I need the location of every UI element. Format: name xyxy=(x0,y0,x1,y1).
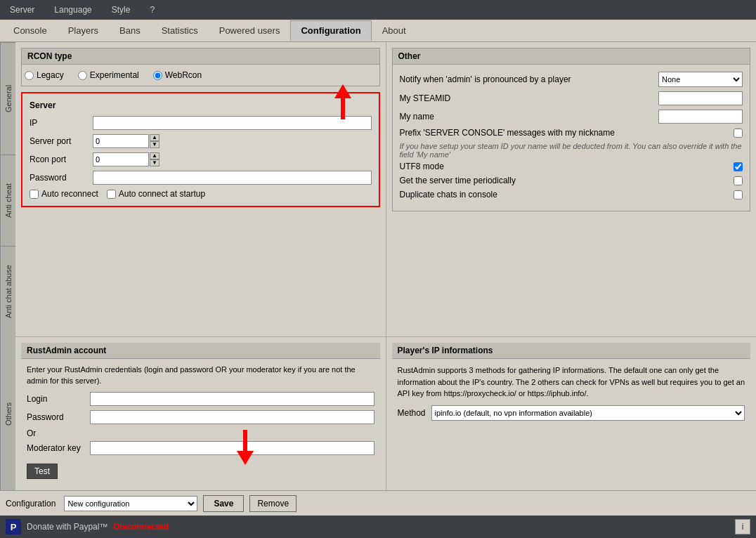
bottom-row: RustAdmin account Enter your RustAdmin c… xyxy=(15,336,756,490)
steamid-row: My STEAMID xyxy=(400,91,743,105)
paypal-logo: P xyxy=(6,519,21,534)
rcon-port-label: Rcon port xyxy=(30,155,93,164)
player-ip-section: Player's IP informations RustAdmin suppo… xyxy=(386,337,757,490)
bottom-bar: Configuration New configuration Save Rem… xyxy=(0,490,756,516)
other-section: Other Notify when 'admin' is pronounced … xyxy=(392,48,751,211)
rcon-experimental-text: Experimental xyxy=(90,70,139,80)
remove-button[interactable]: Remove xyxy=(249,495,296,512)
rcon-legacy-radio[interactable] xyxy=(25,71,34,80)
prefix-label: Prefix 'SERVER CONSOLE' messages with my… xyxy=(400,128,734,138)
admin-notify-dropdown[interactable]: None xyxy=(658,72,743,87)
left-panel: RCON type Legacy Experimental WebRcon xyxy=(15,42,386,336)
duplicate-chats-label: Duplicate chats in console xyxy=(400,190,734,199)
myname-label: My name xyxy=(400,112,659,122)
acct-password-label: Password xyxy=(27,412,90,422)
auto-connect-startup-text: Auto connect at startup xyxy=(119,189,205,199)
moderator-key-row: Moderator key xyxy=(27,441,374,455)
side-label-antichat-abuse: Anti chat abuse xyxy=(0,246,15,337)
utf8-row: UTF8 mode xyxy=(400,162,743,171)
duplicate-chats-checkbox[interactable] xyxy=(734,190,743,199)
rustadmin-account-section: RustAdmin account Enter your RustAdmin c… xyxy=(15,337,386,490)
or-text: Or xyxy=(27,428,374,438)
other-section-header: Other xyxy=(393,48,750,65)
method-row: Method ipinfo.io (default, no vpn inform… xyxy=(398,405,745,421)
arrow-down-head xyxy=(237,451,254,465)
tab-configuration[interactable]: Configuration xyxy=(290,20,371,41)
tab-console[interactable]: Console xyxy=(3,20,58,41)
password-input[interactable] xyxy=(93,171,372,185)
side-label-others: Others xyxy=(0,337,15,490)
server-port-spinner: ▲ ▼ xyxy=(93,134,159,148)
arrow-up-head xyxy=(334,84,351,98)
utf8-checkbox[interactable] xyxy=(734,162,743,171)
rcon-port-up[interactable]: ▲ xyxy=(150,152,159,159)
utf8-label: UTF8 mode xyxy=(400,162,734,171)
tab-players[interactable]: Players xyxy=(58,20,109,41)
admin-notify-row: Notify when 'admin' is pronounced by a p… xyxy=(400,72,743,87)
right-panel: Other Notify when 'admin' is pronounced … xyxy=(386,42,757,336)
tab-statistics[interactable]: Statistics xyxy=(151,20,209,41)
rcon-legacy-label[interactable]: Legacy xyxy=(25,70,64,80)
arrow-down-stem xyxy=(243,430,247,451)
server-time-checkbox[interactable] xyxy=(734,176,743,185)
rcon-webrcon-radio[interactable] xyxy=(153,71,162,80)
ip-label: IP xyxy=(30,118,93,128)
menu-language[interactable]: Language xyxy=(50,2,96,18)
arrow-up xyxy=(334,84,351,119)
server-time-label: Get the server time periodically xyxy=(400,176,734,185)
server-port-down[interactable]: ▼ xyxy=(150,141,159,148)
server-port-input[interactable] xyxy=(93,134,149,148)
menu-help[interactable]: ? xyxy=(145,2,159,18)
login-row: Login xyxy=(27,392,374,406)
save-button[interactable]: Save xyxy=(203,495,244,512)
menu-server[interactable]: Server xyxy=(6,2,39,18)
prefix-checkbox[interactable] xyxy=(734,129,743,138)
auto-reconnect-label[interactable]: Auto reconnect xyxy=(30,189,98,199)
rcon-port-input[interactable] xyxy=(93,152,149,166)
steamid-input[interactable] xyxy=(658,91,743,105)
auto-reconnect-checkbox[interactable] xyxy=(30,190,39,199)
rcon-experimental-label[interactable]: Experimental xyxy=(78,70,139,80)
server-port-up[interactable]: ▲ xyxy=(150,134,159,141)
method-dropdown[interactable]: ipinfo.io (default, no vpn information a… xyxy=(431,405,745,421)
side-labels: General Anti cheat Anti chat abuse Other… xyxy=(0,42,15,490)
rcon-webrcon-text: WebRcon xyxy=(165,70,202,80)
myname-input[interactable] xyxy=(658,110,743,124)
ip-description: RustAdmin supports 3 methods for gatheri… xyxy=(398,365,745,400)
disconnected-status: Disconnected xyxy=(113,522,169,532)
moderator-key-input[interactable] xyxy=(90,441,374,455)
rcon-type-header: RCON type xyxy=(22,48,379,65)
method-label: Method xyxy=(398,408,426,418)
password-row: Password xyxy=(30,171,372,185)
tab-bans[interactable]: Bans xyxy=(109,20,151,41)
rcon-experimental-radio[interactable] xyxy=(78,71,87,80)
tab-about[interactable]: About xyxy=(372,20,417,41)
rcon-type-section: RCON type Legacy Experimental WebRcon xyxy=(21,48,380,86)
rcon-legacy-text: Legacy xyxy=(37,70,64,80)
side-label-anticheat: Anti cheat xyxy=(0,155,15,246)
rcon-webrcon-label[interactable]: WebRcon xyxy=(153,70,202,80)
configuration-label: Configuration xyxy=(6,499,56,509)
server-section: Server IP Server port ▲ ▼ xyxy=(21,92,380,207)
rcon-port-down[interactable]: ▼ xyxy=(150,159,159,166)
menu-style[interactable]: Style xyxy=(107,2,135,18)
login-input[interactable] xyxy=(90,392,374,406)
italic-note: If you have setup your steam ID your nam… xyxy=(400,142,743,159)
account-description: Enter your RustAdmin credentials (login … xyxy=(27,365,374,386)
test-button[interactable]: Test xyxy=(27,464,58,479)
ip-input[interactable] xyxy=(93,116,372,130)
configuration-dropdown[interactable]: New configuration xyxy=(64,496,197,511)
main-area: General Anti cheat Anti chat abuse Other… xyxy=(0,42,756,490)
status-bar: P Donate with Paypal™ Disconnected i xyxy=(0,516,756,538)
acct-password-input[interactable] xyxy=(90,410,374,424)
rcon-port-spinner: ▲ ▼ xyxy=(93,152,159,166)
rcon-type-options: Legacy Experimental WebRcon xyxy=(22,65,379,86)
rcon-port-row: Rcon port ▲ ▼ xyxy=(30,152,372,166)
auto-connect-startup-label[interactable]: Auto connect at startup xyxy=(107,189,205,199)
ip-row: IP xyxy=(30,116,372,130)
rcon-port-spin-buttons: ▲ ▼ xyxy=(150,152,159,166)
tab-powered-users[interactable]: Powered users xyxy=(209,20,291,41)
info-button[interactable]: i xyxy=(735,519,750,534)
server-port-label: Server port xyxy=(30,136,93,146)
auto-connect-startup-checkbox[interactable] xyxy=(107,190,116,199)
